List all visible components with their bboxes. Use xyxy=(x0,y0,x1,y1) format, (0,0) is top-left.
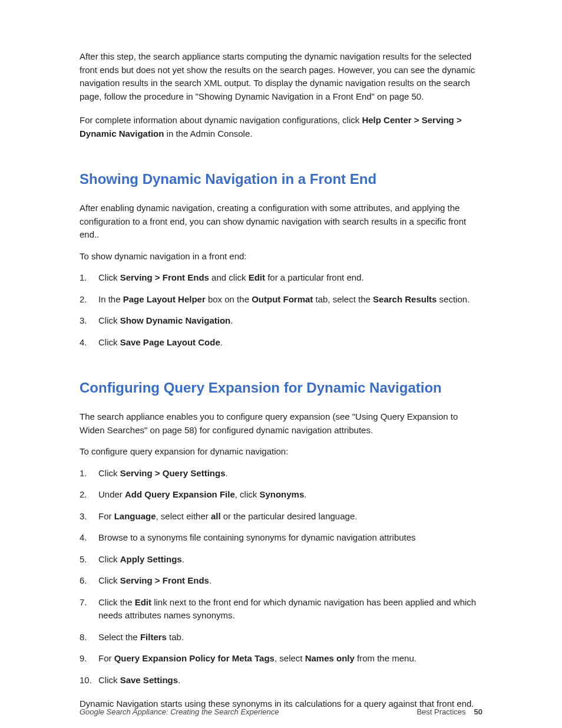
text: , click xyxy=(235,489,260,499)
text: Click xyxy=(98,675,120,685)
text: in the Admin Console. xyxy=(164,129,252,139)
bold: Edit xyxy=(135,597,151,607)
bold: Filters xyxy=(140,632,167,642)
text: Click xyxy=(98,272,120,282)
text: from the menu. xyxy=(355,653,416,663)
bold: Synonyms xyxy=(259,489,304,499)
footer-section-label: Best Practices xyxy=(416,707,465,716)
footer-doc-title: Google Search Appliance: Creating the Se… xyxy=(80,706,279,718)
bold: Output Format xyxy=(252,294,313,304)
text: . xyxy=(182,554,184,564)
bold: all xyxy=(211,511,221,521)
text: . xyxy=(209,575,211,585)
text: Click xyxy=(98,315,120,325)
text: For complete information about dynamic n… xyxy=(80,115,362,125)
step-item: Click Serving > Front Ends. xyxy=(80,574,482,588)
text: link next to the front end for which dyn… xyxy=(98,597,476,621)
section2-lead: To configure query expansion for dynamic… xyxy=(80,445,482,459)
bold: Language xyxy=(114,511,156,521)
step-item: Select the Filters tab. xyxy=(80,631,482,644)
text: for a particular front end. xyxy=(265,272,364,282)
step-item: Click Serving > Query Settings. xyxy=(80,467,482,480)
text: For xyxy=(98,511,114,521)
text: and click xyxy=(209,272,249,282)
step-item: In the Page Layout Helper box on the Out… xyxy=(80,293,482,307)
step-item: Click the Edit link next to the front en… xyxy=(80,596,482,622)
text: Click xyxy=(98,337,120,347)
text: Click xyxy=(98,468,120,478)
bold: Search Results xyxy=(373,294,437,304)
text: Select the xyxy=(98,632,140,642)
bold: Save Settings xyxy=(120,675,178,685)
text: Click the xyxy=(98,597,135,607)
step-item: Click Serving > Front Ends and click Edi… xyxy=(80,271,482,285)
text: . xyxy=(220,337,223,347)
step-item: For Language, select either all or the p… xyxy=(80,510,482,523)
text: box on the xyxy=(206,294,252,304)
section1-paragraph: After enabling dynamic navigation, creat… xyxy=(80,202,482,242)
step-item: Click Save Settings. xyxy=(80,674,482,687)
bold: Save Page Layout Code xyxy=(120,337,220,347)
bold: Serving > Front Ends xyxy=(120,575,209,585)
bold: Serving > Front Ends xyxy=(120,272,209,282)
bold: Edit xyxy=(249,272,265,282)
bold: Serving > Query Settings xyxy=(120,468,226,478)
text: Under xyxy=(98,489,125,499)
section2-paragraph: The search appliance enables you to conf… xyxy=(80,410,482,437)
step-item: Click Save Page Layout Code. xyxy=(80,336,482,350)
bold: Show Dynamic Navigation xyxy=(120,315,231,325)
text: . xyxy=(304,489,306,499)
intro-paragraph-1: After this step, the search appliance st… xyxy=(80,50,482,103)
bold: Page Layout Helper xyxy=(123,294,206,304)
page-footer: Google Search Appliance: Creating the Se… xyxy=(80,706,482,718)
text: Browse to a synonyms file containing syn… xyxy=(98,532,416,542)
step-item: For Query Expansion Policy for Meta Tags… xyxy=(80,652,482,666)
text: . xyxy=(225,468,227,478)
bold: Add Query Expansion File xyxy=(125,489,235,499)
footer-section: Best Practices50 xyxy=(416,706,482,718)
bold: Query Expansion Policy for Meta Tags xyxy=(114,653,275,663)
section1-steps: Click Serving > Front Ends and click Edi… xyxy=(80,271,482,349)
text: . xyxy=(230,315,233,325)
heading-showing-dynamic-nav: Showing Dynamic Navigation in a Front En… xyxy=(80,169,482,190)
heading-configuring-query-expansion: Configuring Query Expansion for Dynamic … xyxy=(80,377,482,398)
text: , select xyxy=(275,653,305,663)
text: For xyxy=(98,653,114,663)
text: section. xyxy=(437,294,470,304)
text: In the xyxy=(98,294,123,304)
text: or the particular desired language. xyxy=(221,511,358,521)
section2-steps: Click Serving > Query Settings. Under Ad… xyxy=(80,467,482,687)
step-item: Under Add Query Expansion File, click Sy… xyxy=(80,488,482,502)
intro-paragraph-2: For complete information about dynamic n… xyxy=(80,114,482,140)
text: tab. xyxy=(167,632,184,642)
text: Click xyxy=(98,554,120,564)
text: , select either xyxy=(156,511,211,521)
step-item: Browse to a synonyms file containing syn… xyxy=(80,531,482,545)
step-item: Click Apply Settings. xyxy=(80,553,482,566)
text: tab, select the xyxy=(313,294,373,304)
text: Click xyxy=(98,575,120,585)
text: . xyxy=(178,675,180,685)
page-number: 50 xyxy=(474,707,482,716)
step-item: Click Show Dynamic Navigation. xyxy=(80,314,482,328)
bold: Names only xyxy=(305,653,355,663)
section1-lead: To show dynamic navigation in a front en… xyxy=(80,250,482,263)
bold: Apply Settings xyxy=(120,554,182,564)
